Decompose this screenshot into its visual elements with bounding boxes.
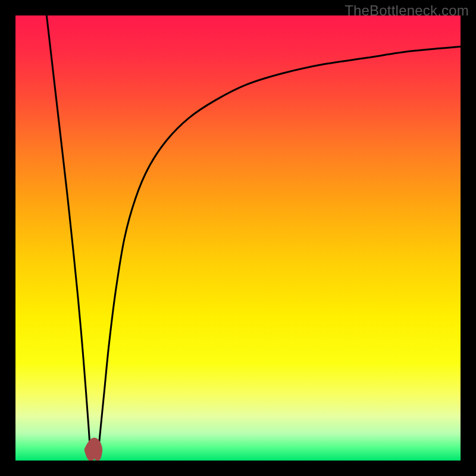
curves-layer xyxy=(15,15,461,461)
watermark-text: TheBottleneck.com xyxy=(345,2,469,19)
plot-area xyxy=(15,15,461,461)
chart-frame: TheBottleneck.com xyxy=(0,0,476,476)
curve-left-branch xyxy=(46,15,90,452)
curve-bottom-lobe xyxy=(87,441,99,458)
curve-right-branch xyxy=(98,46,461,452)
